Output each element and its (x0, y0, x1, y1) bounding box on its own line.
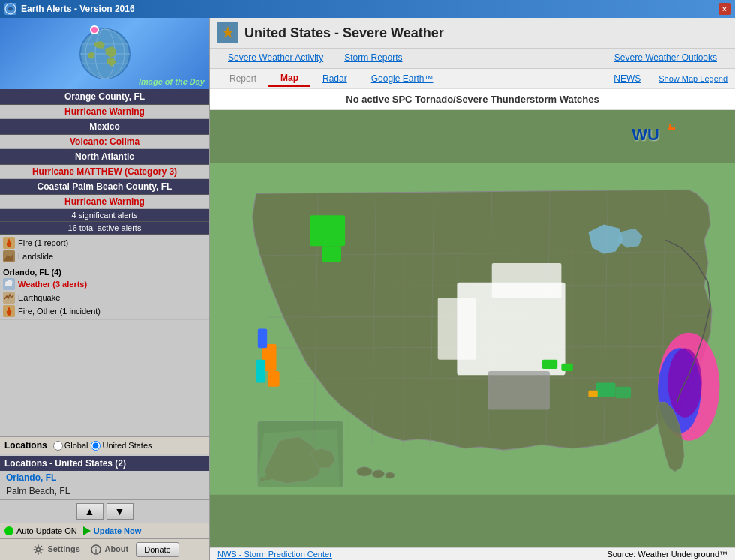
tab-report[interactable]: Report (218, 71, 268, 86)
settings-button[interactable]: Settings (30, 543, 82, 556)
tab-map[interactable]: Map (268, 70, 310, 87)
orlando-fire: Fire, Other (1 incident) (3, 304, 206, 318)
svg-point-18 (668, 127, 671, 130)
svg-rect-45 (542, 360, 558, 369)
auto-update-label: Auto Update ON (16, 526, 77, 535)
tab-radar[interactable]: Radar (310, 71, 359, 86)
nav-down-button[interactable]: ▼ (106, 503, 134, 520)
orlando-weather-text[interactable]: Weather (3 alerts) (18, 280, 87, 289)
svg-rect-50 (258, 329, 267, 349)
radio-us[interactable]: United States (91, 441, 152, 451)
locations-tab-label: Locations (4, 440, 47, 451)
globe-area[interactable]: Image of the Day (0, 18, 209, 89)
auto-update-indicator (4, 526, 14, 535)
alert-list: Orange County, FL Hurricane Warning Mexi… (0, 89, 209, 436)
svg-rect-55 (615, 387, 631, 398)
source-left[interactable]: NWS - Storm Prediction Center (218, 550, 332, 559)
right-nav: Severe Weather Activity Storm Reports Se… (210, 49, 735, 69)
right-header: United States - Severe Weather (210, 18, 735, 49)
svg-point-59 (357, 467, 373, 476)
weather-icon (3, 278, 15, 290)
about-button[interactable]: i About (88, 543, 131, 556)
svg-text:i: i (95, 547, 98, 554)
location-tabs: Locations Global United States (0, 436, 209, 454)
show-map-legend[interactable]: Show Map Legend (658, 74, 728, 83)
svg-rect-42 (488, 371, 550, 409)
donate-button[interactable]: Donate (136, 542, 178, 557)
summary-total: 16 total active alerts (0, 222, 209, 235)
globe-dot (90, 25, 99, 34)
us-map-svg (210, 110, 735, 547)
update-now-button[interactable]: Update Now (83, 526, 142, 535)
severe-weather-icon (218, 22, 238, 43)
tab-news[interactable]: NEWS (602, 71, 652, 86)
landslide-text: Landslide (18, 252, 53, 261)
tab-google-earth[interactable]: Google Earth™ (359, 71, 446, 86)
svg-rect-46 (561, 364, 572, 371)
nav-severe-weather-activity[interactable]: Severe Weather Activity (218, 49, 334, 68)
svg-rect-12 (5, 284, 12, 286)
svg-point-61 (386, 472, 394, 478)
location-orlando[interactable]: Orlando, FL (0, 471, 209, 484)
fire-other-text: Fire, Other (1 incident) (18, 307, 100, 316)
event-landslide: Landslide (3, 250, 206, 263)
earthquake-text: Earthquake (18, 293, 60, 302)
earthquake-icon (3, 292, 15, 304)
svg-rect-62 (588, 391, 597, 397)
event-fire-report: Fire (1 report) (3, 236, 206, 250)
radio-global[interactable]: Global (53, 441, 88, 451)
svg-rect-43 (310, 215, 345, 246)
app-title: Earth Alerts - Version 2016 (21, 4, 135, 14)
title-bar-left: Earth Alerts - Version 2016 (4, 3, 135, 15)
svg-rect-44 (322, 246, 341, 262)
play-icon (83, 526, 91, 535)
bottom-buttons: Settings i About Donate (0, 538, 209, 560)
app-icon (4, 3, 16, 15)
fire-other-icon (3, 305, 15, 317)
orlando-weather: Weather (3 alerts) (3, 277, 206, 291)
alert-header-orange-county: Orange County, FL (0, 89, 209, 105)
alert-hurricane-warning-1[interactable]: Hurricane Warning (0, 105, 209, 119)
svg-rect-40 (438, 298, 476, 359)
bottom-controls: Auto Update ON Update Now (0, 523, 209, 538)
locations-header: Locations - United States (2) (0, 456, 209, 471)
globe-icon (79, 28, 131, 80)
wu-logo: WU (632, 124, 675, 145)
auto-update-status: Auto Update ON (4, 526, 77, 535)
title-bar: Earth Alerts - Version 2016 × (0, 0, 735, 18)
alert-hurricane-matthew[interactable]: Hurricane MATTHEW (Category 3) (0, 165, 209, 179)
update-now-label: Update Now (94, 526, 142, 535)
sidebar: Image of the Day Orange County, FL Hurri… (0, 18, 210, 560)
orlando-section: Orlando, FL (4) Weather (3 alerts) Earth… (0, 265, 209, 320)
orlando-header: Orlando, FL (4) (3, 267, 206, 277)
svg-point-60 (372, 470, 384, 478)
orlando-title: Orlando, FL (4) (3, 268, 62, 277)
source-right: Source: Weather Underground™ (607, 550, 728, 559)
alert-hurricane-warning-2[interactable]: Hurricane Warning (0, 195, 209, 209)
radio-group: Global United States (53, 441, 152, 451)
events-section: Fire (1 report) Landslide (0, 235, 209, 265)
close-button[interactable]: × (718, 3, 730, 15)
map-tabs: Report Map Radar Google Earth™ NEWS Show… (210, 69, 735, 89)
alert-volcano-colima[interactable]: Volcano: Colima (0, 135, 209, 149)
summary-significant: 4 significant alerts (0, 209, 209, 222)
nav-storm-reports[interactable]: Storm Reports (334, 49, 412, 68)
alert-header-coastal-palm: Coastal Palm Beach County, FL (0, 179, 209, 195)
nav-severe-weather-outlooks[interactable]: Severe Weather Outlooks (604, 49, 728, 68)
fire-report-text: Fire (1 report) (18, 238, 68, 247)
locations-section: Locations - United States (2) Orlando, F… (0, 454, 209, 499)
location-palm-beach[interactable]: Palm Beach, FL (0, 484, 209, 498)
svg-rect-41 (492, 263, 562, 298)
svg-rect-49 (256, 360, 266, 383)
nav-arrows: ▲ ▼ (0, 499, 209, 523)
fire-icon (3, 237, 15, 249)
nav-up-button[interactable]: ▲ (76, 503, 104, 520)
svg-rect-54 (596, 383, 616, 397)
map-area[interactable]: WU (210, 110, 735, 547)
svg-point-15 (37, 548, 40, 552)
right-panel-title: United States - Severe Weather (244, 25, 444, 41)
main-layout: Image of the Day Orange County, FL Hurri… (0, 18, 735, 560)
watch-bar: No active SPC Tornado/Severe Thunderstor… (210, 89, 735, 110)
alert-header-mexico: Mexico (0, 119, 209, 135)
landslide-icon (3, 250, 15, 262)
